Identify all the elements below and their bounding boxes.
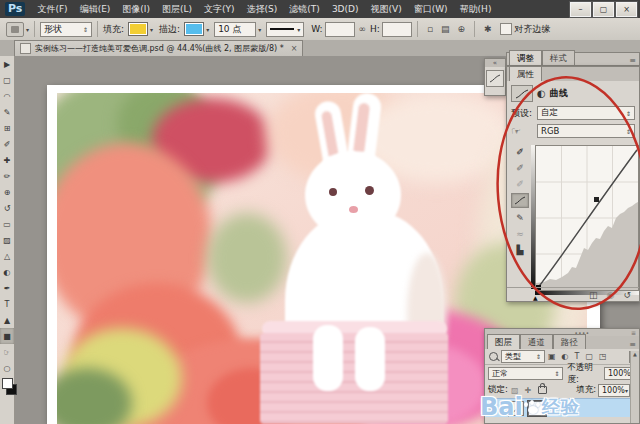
link-dimensions-icon[interactable]: ∞ bbox=[359, 24, 367, 34]
menu-view[interactable]: 视图(V) bbox=[365, 3, 408, 16]
stroke-label: 描边: bbox=[159, 23, 180, 36]
stroke-width-input[interactable]: 10 点 bbox=[214, 22, 256, 37]
preset-select[interactable]: 自定 ⇕ bbox=[537, 106, 635, 120]
menu-type[interactable]: 文字(Y) bbox=[198, 3, 241, 16]
gear-icon[interactable]: ✱ bbox=[484, 24, 492, 34]
hand-tool[interactable]: ☞ bbox=[0, 344, 14, 360]
menu-edit[interactable]: 编辑(E) bbox=[74, 3, 117, 16]
panel-menu-icon[interactable]: ≡ bbox=[631, 329, 636, 336]
eyedropper-tool[interactable]: ✐ bbox=[0, 136, 14, 152]
filter-kind-select[interactable]: 类型 ⇕ bbox=[501, 350, 545, 363]
panel-menu-icon[interactable]: ≡ bbox=[629, 340, 636, 349]
white-point-eyedropper-icon[interactable]: ✐ bbox=[512, 177, 528, 190]
gray-point-eyedropper-icon[interactable]: ✐ bbox=[512, 161, 528, 174]
stroke-width-dropdown-icon[interactable]: ▾ bbox=[258, 26, 261, 33]
filter-type-icon[interactable]: T bbox=[575, 352, 580, 361]
stroke-color-swatch[interactable] bbox=[184, 22, 204, 36]
channel-select[interactable]: RGB ⇕ bbox=[537, 124, 635, 138]
minimize-button[interactable]: – bbox=[570, 2, 591, 17]
history-brush-tool[interactable]: ↺ bbox=[0, 200, 14, 216]
channel-value: RGB bbox=[541, 126, 559, 136]
width-input[interactable] bbox=[325, 22, 355, 37]
menu-3d[interactable]: 3D(D) bbox=[326, 4, 365, 14]
align-edges-checkbox[interactable] bbox=[500, 23, 512, 35]
path-operations-icon[interactable]: ▫ bbox=[427, 24, 433, 34]
close-button[interactable]: × bbox=[616, 2, 637, 17]
leaves-blob bbox=[207, 213, 287, 303]
targeted-adjustment-icon[interactable]: ☞ bbox=[511, 125, 537, 138]
zoom-tool[interactable]: ○ bbox=[0, 360, 14, 376]
curve-control-point[interactable] bbox=[594, 197, 599, 202]
move-tool[interactable]: ▶ bbox=[0, 56, 14, 72]
blur-tool[interactable]: △ bbox=[0, 248, 14, 264]
menu-image[interactable]: 图像(I) bbox=[116, 3, 156, 16]
panel-menu-icon[interactable]: ≡ bbox=[629, 56, 636, 65]
draw-curve-pencil-icon[interactable]: ✎ bbox=[512, 211, 528, 224]
fill-color-swatch[interactable] bbox=[128, 22, 148, 36]
dodge-tool[interactable]: ◐ bbox=[0, 264, 14, 280]
filter-shape-icon[interactable]: ▢ bbox=[585, 352, 593, 361]
path-selection-tool[interactable]: ▲ bbox=[0, 312, 14, 328]
clip-to-layer-icon[interactable]: ◫ bbox=[589, 290, 598, 300]
menu-layer[interactable]: 图层(L) bbox=[156, 3, 198, 16]
collapse-chevron-icon[interactable]: « bbox=[485, 59, 505, 67]
tab-adjustments[interactable]: 调整 bbox=[509, 50, 542, 65]
divider bbox=[34, 21, 35, 37]
pen-tool[interactable]: ✒ bbox=[0, 280, 14, 296]
tab-layers[interactable]: 图层 bbox=[487, 334, 520, 349]
filter-pixel-icon[interactable]: ▣ bbox=[548, 352, 556, 361]
menu-filter[interactable]: 滤镜(T) bbox=[283, 3, 326, 16]
type-tool[interactable]: T bbox=[0, 296, 14, 312]
tool-mode-select[interactable]: 形状 ⇕ bbox=[40, 22, 92, 37]
document-close-icon[interactable]: × bbox=[291, 44, 298, 53]
document-tab[interactable]: 实例练习——打造纯美可爱色调.psd @ 44.4%(曲线 2, 图层蒙版/8)… bbox=[14, 40, 303, 56]
visibility-eye-icon[interactable]: ◉ bbox=[607, 290, 615, 300]
rectangle-tool[interactable]: ■ bbox=[0, 328, 14, 344]
clone-stamp-tool[interactable]: ⊕ bbox=[0, 184, 14, 200]
fill-dropdown-icon[interactable]: ▾ bbox=[150, 26, 153, 33]
height-input[interactable] bbox=[382, 22, 412, 37]
black-point-eyedropper-icon[interactable]: ✐ bbox=[512, 145, 528, 158]
tab-styles[interactable]: 样式 bbox=[542, 50, 575, 65]
path-alignment-icon[interactable]: ▤ bbox=[441, 24, 450, 34]
preset-label: 预设: bbox=[511, 107, 537, 120]
stroke-dropdown-icon[interactable]: ▾ bbox=[206, 26, 209, 33]
curve-editor[interactable] bbox=[535, 145, 639, 291]
blend-mode-select[interactable]: 正常 ⇕ bbox=[488, 367, 563, 380]
smooth-curve-icon[interactable]: ≈ bbox=[512, 227, 528, 240]
paw-icon bbox=[524, 400, 541, 415]
edit-points-icon[interactable] bbox=[511, 193, 529, 208]
height-label: H: bbox=[370, 24, 380, 34]
gradient-tool[interactable]: ▨ bbox=[0, 232, 14, 248]
quick-selection-tool[interactable]: ✎ bbox=[0, 104, 14, 120]
histogram-clip-icon[interactable]: ▙ bbox=[512, 243, 528, 256]
path-arrangement-icon[interactable]: ⊕ bbox=[458, 24, 466, 34]
collapsed-panel[interactable]: « bbox=[484, 58, 506, 96]
menu-window[interactable]: 窗口(W) bbox=[408, 3, 454, 16]
tool-preset-icon[interactable] bbox=[6, 22, 24, 37]
filter-smart-object-icon[interactable]: ◳ bbox=[599, 352, 607, 361]
tool-preset-dropdown-icon[interactable]: ▾ bbox=[26, 26, 29, 33]
menu-file[interactable]: 文件(F) bbox=[31, 3, 73, 16]
eraser-tool[interactable]: ▭ bbox=[0, 216, 14, 232]
crop-tool[interactable]: ⊞ bbox=[0, 120, 14, 136]
brush-tool[interactable]: ✏ bbox=[0, 168, 14, 184]
menu-help[interactable]: 帮助(H) bbox=[454, 3, 498, 16]
tab-properties[interactable]: 属性 bbox=[509, 66, 542, 81]
reset-icon[interactable]: ↺ bbox=[623, 290, 631, 300]
tab-paths[interactable]: 路径 bbox=[553, 334, 586, 349]
stroke-type-select[interactable]: ▾ bbox=[266, 22, 304, 37]
filter-adjustment-icon[interactable]: ◐ bbox=[562, 352, 569, 361]
adjustments-panel-icon[interactable] bbox=[486, 70, 504, 87]
menu-select[interactable]: 选择(S) bbox=[241, 3, 284, 16]
document-icon bbox=[20, 43, 31, 54]
foreground-color-swatch[interactable] bbox=[2, 378, 13, 389]
scroll-up-icon[interactable]: ▲ bbox=[633, 351, 637, 357]
tab-channels[interactable]: 通道 bbox=[520, 334, 553, 349]
marquee-tool[interactable]: ▢ bbox=[0, 72, 14, 88]
watermark-text: Bai bbox=[480, 393, 523, 421]
healing-brush-tool[interactable]: ✚ bbox=[0, 152, 14, 168]
maximize-button[interactable]: ▢ bbox=[593, 2, 614, 17]
baidu-jingyan-watermark: Bai 经验 bbox=[480, 390, 640, 424]
lasso-tool[interactable]: ◠ bbox=[0, 88, 14, 104]
